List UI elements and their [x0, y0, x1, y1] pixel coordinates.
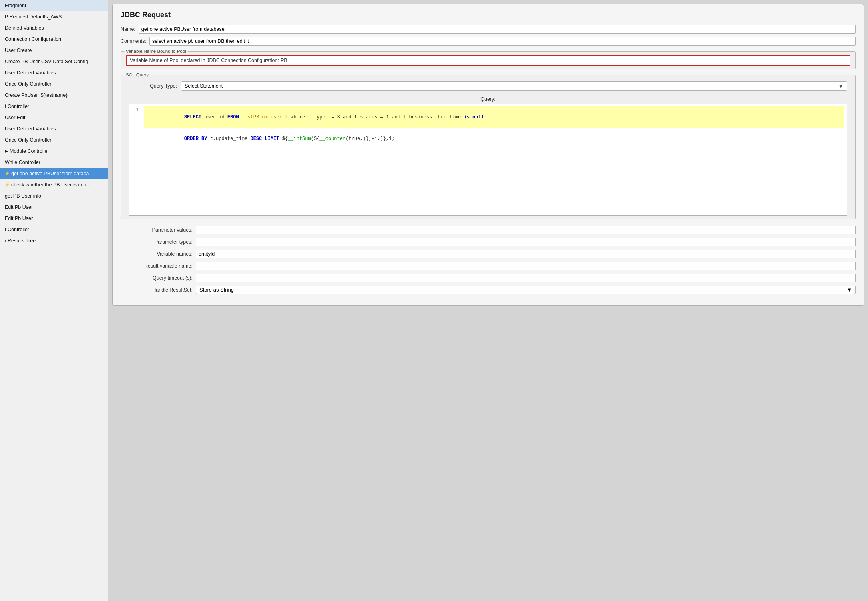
sidebar-item-label-get-one-active-pbuser: get one active PBUser from databa — [11, 170, 89, 178]
sidebar-item-label-edit-pb-user-2: Edit Pb User — [5, 214, 33, 222]
sidebar-item-user-defined-variables-2[interactable]: User Defined Variables — [0, 123, 108, 134]
sidebar-item-user-defined-variables[interactable]: User Defined Variables — [0, 67, 108, 78]
pool-value: PB — [281, 58, 287, 63]
sidebar-item-label-module-controller: Module Controller — [10, 147, 49, 155]
line-content-2: ORDER BY t.update_time DESC LIMIT ${__in… — [144, 128, 844, 150]
sidebar-item-label-create-pb-user-csv: Create PB User CSV Data Set Config — [5, 58, 88, 66]
name-input[interactable] — [139, 25, 856, 34]
query-timeout-row: Query timeout (s): — [121, 273, 856, 283]
line-content-1: SELECT user_id FROM testPB.um_user t whe… — [144, 106, 844, 128]
parameter-types-label: Parameter types: — [121, 239, 193, 245]
query-editor[interactable]: 1 SELECT user_id FROM testPB.um_user t w… — [129, 104, 847, 216]
result-variable-input[interactable] — [196, 262, 856, 270]
panel-title: JDBC Request — [121, 11, 856, 19]
query-timeout-label: Query timeout (s): — [121, 275, 193, 281]
main-content: JDBC Request Name: Comments: Variable Na… — [108, 0, 868, 601]
query-label: Query: — [126, 96, 850, 102]
query-type-label: Query Type: — [129, 83, 177, 89]
sidebar-item-fragment[interactable]: Fragment — [0, 0, 108, 11]
sidebar-item-label-once-only-controller: Once Only Controller — [5, 80, 52, 88]
variable-names-row: Variable names: — [121, 249, 856, 259]
sql-query-legend: SQL Query — [124, 72, 150, 77]
name-label: Name: — [121, 26, 135, 32]
query-timeout-input[interactable] — [196, 274, 856, 282]
sidebar-item-label-once-only-controller-2: Once Only Controller — [5, 136, 52, 144]
line-number-2 — [133, 128, 139, 150]
variable-names-label: Variable names: — [121, 251, 193, 257]
line-number-1: 1 — [133, 106, 139, 128]
sidebar-item-label-defined-variables: Defined Variables — [5, 24, 44, 32]
sidebar-item-label-create-pbuser: Create PbUser_${testname} — [5, 91, 67, 99]
sidebar: FragmentP Request Defaults_AWSDefined Va… — [0, 0, 108, 601]
sidebar-item-f-controller[interactable]: f Controller — [0, 101, 108, 112]
sidebar-item-label-connection-configuration: Connection Configuration — [5, 35, 61, 43]
sidebar-item-icon-get-one-active-pbuser: ⚡ — [5, 170, 10, 177]
result-variable-label: Result variable name: — [121, 263, 193, 269]
sidebar-item-edit-pb-user-2[interactable]: Edit Pb User — [0, 213, 108, 224]
sidebar-item-label-user-create: User Create — [5, 46, 32, 54]
sidebar-item-get-one-active-pbuser[interactable]: ⚡get one active PBUser from databa — [0, 168, 108, 179]
sidebar-item-module-controller[interactable]: ▶Module Controller — [0, 146, 108, 157]
sidebar-item-icon-check-whether-pb-user: ⚡ — [5, 182, 10, 188]
sidebar-item-check-whether-pb-user[interactable]: ⚡check whether the PB User is in a p — [0, 179, 108, 190]
sidebar-item-icon-module-controller: ▶ — [5, 148, 8, 154]
param-section: Parameter values: Parameter types: Varia… — [121, 222, 856, 299]
comments-row: Comments: — [121, 37, 856, 46]
sidebar-item-results-tree[interactable]: / Results Tree — [0, 235, 108, 246]
variable-name-legend: Variable Name Bound to Pool — [124, 49, 188, 54]
variable-names-input[interactable] — [196, 250, 856, 258]
sidebar-item-label-while-controller: While Controller — [5, 158, 40, 166]
sidebar-item-label-user-defined-variables-2: User Defined Variables — [5, 125, 56, 133]
handle-resultset-row: Handle ResultSet: Store as String ▼ — [121, 285, 856, 295]
jdbc-request-panel: JDBC Request Name: Comments: Variable Na… — [112, 4, 864, 306]
sidebar-item-user-create[interactable]: User Create — [0, 45, 108, 56]
sidebar-item-label-user-defined-variables: User Defined Variables — [5, 69, 56, 77]
handle-resultset-value: Store as String — [199, 287, 234, 293]
pool-label: Variable Name of Pool declared in JDBC C… — [130, 58, 279, 63]
sidebar-item-get-pb-user-info[interactable]: get PB User info — [0, 190, 108, 202]
sidebar-item-label-user-edit: User Edit — [5, 114, 25, 122]
sidebar-item-label-p-request-defaults: P Request Defaults_AWS — [5, 13, 62, 21]
sidebar-item-p-request-defaults[interactable]: P Request Defaults_AWS — [0, 11, 108, 22]
sidebar-item-label-get-pb-user-info: get PB User info — [5, 192, 41, 200]
sidebar-item-label-edit-pb-user-1: Edit Pb User — [5, 203, 33, 211]
sidebar-item-user-edit[interactable]: User Edit — [0, 112, 108, 123]
comments-label: Comments: — [121, 38, 146, 44]
query-type-arrow-icon: ▼ — [838, 83, 844, 89]
name-row: Name: — [121, 25, 856, 34]
handle-resultset-arrow-icon: ▼ — [847, 287, 852, 293]
sidebar-item-create-pb-user-csv[interactable]: Create PB User CSV Data Set Config — [0, 56, 108, 67]
variable-name-section: Variable Name Bound to Pool Variable Nam… — [121, 49, 856, 69]
sidebar-item-connection-configuration[interactable]: Connection Configuration — [0, 34, 108, 45]
sidebar-item-edit-pb-user-1[interactable]: Edit Pb User — [0, 202, 108, 213]
pool-variable-wrapper: Variable Name of Pool declared in JDBC C… — [126, 55, 850, 66]
sidebar-item-while-controller[interactable]: While Controller — [0, 157, 108, 168]
parameter-values-row: Parameter values: — [121, 225, 856, 235]
sidebar-item-once-only-controller[interactable]: Once Only Controller — [0, 78, 108, 90]
comments-input[interactable] — [149, 37, 856, 46]
result-variable-row: Result variable name: — [121, 261, 856, 271]
sql-query-section: SQL Query Query Type: Select Statement ▼… — [121, 72, 856, 219]
sidebar-item-label-f-controller-2: f Controller — [5, 226, 29, 234]
parameter-types-row: Parameter types: — [121, 237, 856, 247]
sidebar-item-label-check-whether-pb-user: check whether the PB User is in a p — [11, 181, 90, 189]
query-type-select[interactable]: Select Statement ▼ — [181, 81, 847, 91]
parameter-values-label: Parameter values: — [121, 227, 193, 233]
parameter-types-input[interactable] — [196, 238, 856, 246]
query-type-row: Query Type: Select Statement ▼ — [126, 79, 850, 93]
sidebar-item-once-only-controller-2[interactable]: Once Only Controller — [0, 134, 108, 146]
query-line-2: ORDER BY t.update_time DESC LIMIT ${__in… — [133, 128, 844, 150]
handle-resultset-label: Handle ResultSet: — [121, 287, 193, 293]
sidebar-item-label-results-tree: / Results Tree — [5, 237, 36, 245]
sidebar-item-f-controller-2[interactable]: f Controller — [0, 224, 108, 235]
sidebar-item-label-f-controller: f Controller — [5, 102, 29, 110]
sidebar-item-create-pbuser[interactable]: Create PbUser_${testname} — [0, 90, 108, 101]
query-line-1: 1 SELECT user_id FROM testPB.um_user t w… — [133, 106, 844, 128]
sidebar-item-label-fragment: Fragment — [5, 2, 26, 10]
handle-resultset-select[interactable]: Store as String ▼ — [196, 286, 856, 294]
parameter-values-input[interactable] — [196, 226, 856, 234]
query-type-value: Select Statement — [185, 83, 223, 89]
sidebar-item-defined-variables[interactable]: Defined Variables — [0, 22, 108, 34]
